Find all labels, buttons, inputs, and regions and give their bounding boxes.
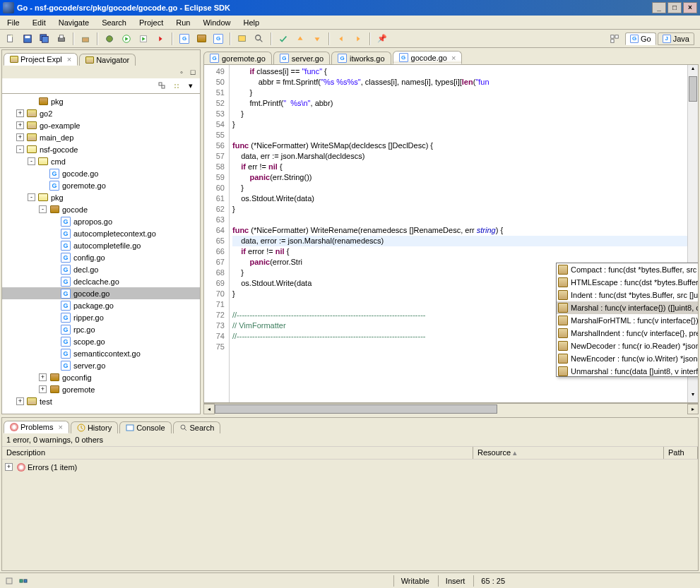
open-perspective-button[interactable]	[607, 31, 622, 47]
code-line[interactable]: os.Stdout.Write(data)	[232, 193, 698, 204]
tree-item[interactable]: Gautocompletecontext.go	[2, 227, 200, 239]
external-tools-button[interactable]	[153, 31, 168, 47]
tree-item[interactable]: -pkg	[2, 191, 200, 203]
code-line[interactable]: data, err := json.Marshal(decldescs)	[232, 151, 698, 162]
tree-expander[interactable]: +	[39, 373, 47, 381]
open-type-button[interactable]	[235, 31, 250, 47]
autocomplete-item[interactable]: Marshal : func(v interface{}) ([]uint8, …	[557, 301, 699, 314]
menu-project[interactable]: Project	[134, 17, 169, 28]
search-button[interactable]	[251, 31, 267, 47]
problems-list[interactable]: + × Errors (1 item)	[2, 460, 698, 570]
tree-item[interactable]: Gsemanticcontext.go	[2, 347, 200, 359]
tree-item[interactable]: +main_dep	[2, 131, 200, 143]
code-line[interactable]: }	[232, 119, 698, 130]
tree-item[interactable]: Gscope.go	[2, 335, 200, 347]
hscroll-thumb[interactable]	[215, 404, 497, 414]
view-tab-navigator[interactable]: Navigator	[79, 54, 136, 66]
code-line[interactable]: if classes[i] == "func" {	[232, 66, 698, 77]
close-button[interactable]: ×	[683, 2, 697, 13]
project-tree[interactable]: pkg+go2+go-example+main_dep-nsf-gocode-c…	[2, 94, 200, 414]
save-all-button[interactable]	[37, 31, 52, 47]
code-editor[interactable]: 4950515253545556575859606162636465666768…	[203, 65, 699, 403]
tree-expander[interactable]: +	[16, 109, 24, 117]
tree-item[interactable]: Ggoremote.go	[2, 179, 200, 191]
build-button[interactable]	[78, 31, 93, 47]
autocomplete-item[interactable]: Indent : func(dst *bytes.Buffer, src []u…	[557, 289, 699, 301]
link-editor-button[interactable]	[170, 80, 183, 92]
status-icon-2[interactable]	[17, 575, 30, 587]
tree-item[interactable]: +goconfig	[2, 371, 200, 383]
code-line[interactable]: fmt.Printf(" %s\n", abbr)	[232, 98, 698, 109]
code-line[interactable]: }	[232, 204, 698, 215]
run-button[interactable]	[119, 31, 134, 47]
new-go-file-button[interactable]: G	[210, 31, 226, 47]
tree-item[interactable]: -gocode	[2, 203, 200, 215]
tree-item[interactable]: Gconfig.go	[2, 251, 200, 263]
autocomplete-item[interactable]: Compact : func(dst *bytes.Buffer, src []…	[557, 263, 699, 276]
bottom-tab-problems[interactable]: !Problems×	[4, 421, 69, 433]
menu-search[interactable]: Search	[96, 17, 132, 28]
tree-expander[interactable]: +	[16, 133, 24, 141]
minimize-button[interactable]: _	[652, 2, 666, 13]
hscroll-left-button[interactable]: ◂	[203, 404, 215, 414]
tree-item[interactable]: Gautocompletefile.go	[2, 239, 200, 251]
view-tab-project-expl[interactable]: Project Expl×	[4, 53, 78, 66]
expander-icon[interactable]: +	[5, 463, 13, 471]
close-icon[interactable]: ×	[67, 55, 71, 64]
code-line[interactable]: func (*NiceFormatter) WriteRename(rename…	[232, 225, 698, 236]
code-line[interactable]: if err != nil {	[232, 162, 698, 172]
col-resource[interactable]: Resource ▴	[473, 447, 664, 459]
autocomplete-item[interactable]: Unmarshal : func(data []uint8, v interfa…	[557, 365, 699, 376]
tree-expander[interactable]: -	[28, 157, 35, 165]
run-last-button[interactable]	[136, 31, 151, 47]
code-line[interactable]: func (*NiceFormatter) WriteSMap(decldesc…	[232, 140, 698, 151]
close-icon[interactable]: ×	[58, 423, 62, 431]
tree-expander[interactable]: +	[39, 385, 47, 393]
maximize-button[interactable]: □	[668, 2, 682, 13]
collapse-all-button[interactable]	[156, 80, 169, 92]
tree-item[interactable]: +goremote	[2, 383, 200, 395]
code-line[interactable]: }	[232, 88, 698, 98]
menu-run[interactable]: Run	[170, 17, 196, 28]
tree-item[interactable]: +test	[2, 395, 200, 407]
save-button[interactable]	[20, 31, 35, 47]
code-line[interactable]: }	[232, 109, 698, 119]
tree-expander[interactable]: -	[39, 205, 47, 213]
tree-item[interactable]: Gserver.go	[2, 359, 200, 371]
view-maximize-button[interactable]: □	[187, 66, 198, 78]
code-line[interactable]: if error != nil {	[232, 246, 698, 257]
new-button[interactable]	[3, 31, 18, 47]
menu-edit[interactable]: Edit	[27, 17, 52, 28]
tree-item[interactable]: -nsf-gocode	[2, 143, 200, 155]
editor-tab[interactable]: Gserver.go	[273, 52, 330, 64]
menu-window[interactable]: Window	[197, 17, 236, 28]
code-line[interactable]: abbr = fmt.Sprintf("%s %s%s", classes[i]…	[232, 77, 698, 88]
menu-navigate[interactable]: Navigate	[53, 17, 95, 28]
bottom-tab-console[interactable]: Console	[119, 421, 171, 433]
code-line[interactable]: data, error := json.Marshal(renamedescs)	[232, 236, 698, 246]
tree-item[interactable]: Gpackage.go	[2, 299, 200, 311]
tree-item[interactable]: Gapropos.go	[2, 215, 200, 227]
forward-button[interactable]	[350, 31, 366, 47]
autocomplete-item[interactable]: NewEncoder : func(w io.Writer) *json.Enc…	[557, 352, 699, 365]
horizontal-scrollbar[interactable]: ◂ ▸	[203, 403, 699, 414]
code-line[interactable]: }	[232, 183, 698, 193]
autocomplete-item[interactable]: MarshalIndent : func(v interface{}, pref…	[557, 327, 699, 340]
status-icon-1[interactable]	[3, 575, 16, 587]
col-path[interactable]: Path	[664, 447, 698, 459]
tree-item[interactable]: pkg	[2, 95, 200, 107]
autocomplete-popup[interactable]: Compact : func(dst *bytes.Buffer, src []…	[556, 263, 699, 377]
code-line[interactable]	[232, 130, 698, 140]
tree-expander[interactable]: +	[16, 121, 24, 129]
print-button[interactable]	[54, 31, 69, 47]
prev-annotation-button[interactable]	[309, 31, 325, 47]
view-menu-button[interactable]: ▾	[184, 80, 197, 92]
tree-expander[interactable]: -	[28, 193, 35, 201]
next-annotation-button[interactable]	[292, 31, 308, 47]
tree-item[interactable]: Gdecl.go	[2, 263, 200, 275]
tree-item[interactable]: +go2	[2, 107, 200, 119]
pin-button[interactable]: 📌	[374, 31, 390, 47]
code-line[interactable]: panic(err.String())	[232, 172, 698, 183]
new-go-button[interactable]: G	[177, 31, 192, 47]
autocomplete-item[interactable]: MarshalForHTML : func(v interface{}) ([]…	[557, 314, 699, 327]
